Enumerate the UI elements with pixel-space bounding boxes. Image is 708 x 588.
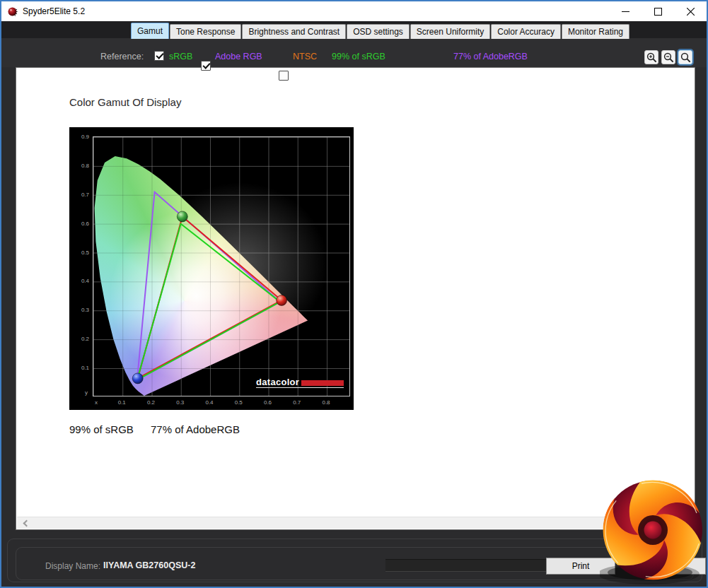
datacolor-red-bar [301, 380, 344, 386]
blue-primary-marker [132, 373, 143, 384]
srgb-checkbox[interactable] [154, 51, 164, 61]
close-icon [687, 8, 695, 16]
srgb-result-text: 99% of sRGB [69, 423, 134, 435]
y-tick: 0.7 [72, 192, 89, 198]
zoom-select-button[interactable] [678, 50, 692, 64]
srgb-triangle [137, 224, 280, 380]
close-button[interactable] [674, 1, 707, 21]
y-tick: 0.6 [72, 220, 89, 227]
minimize-icon [622, 8, 629, 16]
srgb-coverage-text: 99% of sRGB [332, 51, 385, 62]
zoom-out-icon [663, 52, 674, 63]
page-title: Color Gamut Of Display [69, 96, 181, 108]
report-panel: Color Gamut Of Display [16, 67, 695, 530]
status-trough [385, 559, 546, 572]
tab-screen-uniformity[interactable]: Screen Uniformity [410, 24, 490, 39]
adobe-result-text: 77% of AdobeRGB [151, 423, 240, 435]
adobe-rgb-checkbox[interactable] [201, 61, 211, 71]
y-axis-label: y [85, 389, 88, 396]
zoom-select-icon [680, 52, 691, 63]
x-axis-label: x [95, 399, 98, 406]
x-tick: 0.1 [115, 399, 128, 406]
ntsc-checkbox-label[interactable]: NTSC [293, 51, 317, 62]
app-window: Spyder5Elite 5.2 Gamut Tone Response Bri… [0, 0, 708, 588]
zoom-in-button[interactable] [644, 50, 658, 64]
y-tick: 0.9 [72, 134, 89, 140]
ntsc-checkbox[interactable] [279, 71, 289, 81]
display-name-label: Display Name: [45, 561, 100, 571]
tab-gamut[interactable]: Gamut [131, 23, 169, 39]
tab-color-accuracy[interactable]: Color Accuracy [491, 24, 561, 39]
adobe-rgb-checkbox-label[interactable]: Adobe RGB [215, 51, 262, 62]
plot-area: datacolor [93, 136, 350, 396]
tab-monitor-rating[interactable]: Monitor Rating [562, 24, 629, 39]
y-tick: 0.4 [72, 278, 89, 284]
y-tick: 0.1 [72, 365, 89, 371]
x-tick: 0.7 [291, 399, 303, 406]
maximize-button[interactable] [642, 1, 674, 21]
gamut-triangles [93, 137, 351, 397]
y-tick: 0.3 [72, 307, 89, 313]
zoom-out-button[interactable] [661, 50, 675, 64]
title-bar: Spyder5Elite 5.2 [1, 1, 707, 21]
window-title: Spyder5Elite 5.2 [23, 6, 85, 16]
tab-bar: Gamut Tone Response Brightness and Contr… [131, 23, 630, 39]
spyder-logo-icon [7, 6, 18, 17]
tab-brightness-contrast[interactable]: Brightness and Contrast [242, 24, 346, 39]
adobe-rgb-triangle [137, 192, 280, 380]
tab-osd-settings[interactable]: OSD settings [347, 24, 410, 39]
cie-gamut-chart: datacolor x y 0.10.20.30.40.50.60.70.80.… [69, 127, 354, 410]
x-tick: 0.4 [203, 399, 216, 406]
srgb-checkbox-label[interactable]: sRGB [169, 51, 192, 62]
y-tick: 0.5 [72, 249, 89, 256]
reference-label: Reference: [100, 51, 144, 62]
kitguru-logo [600, 477, 706, 584]
coverage-results: 99% of sRGB 77% of AdobeRGB [69, 423, 134, 435]
maximize-icon [654, 8, 662, 16]
datacolor-text: datacolor [256, 378, 299, 386]
zoom-in-icon [646, 52, 657, 63]
x-tick: 0.3 [174, 399, 187, 406]
tab-tone-response[interactable]: Tone Response [170, 24, 241, 39]
green-primary-marker [177, 211, 187, 222]
red-primary-marker [277, 295, 287, 306]
x-tick: 0.2 [145, 399, 158, 406]
x-tick: 0.5 [232, 399, 245, 406]
x-tick: 0.6 [262, 399, 274, 406]
adobe-coverage-text: 77% of AdobeRGB [453, 51, 528, 62]
chevron-left-icon[interactable] [23, 520, 30, 527]
y-tick: 0.8 [72, 163, 89, 169]
minimize-button[interactable] [609, 1, 642, 21]
y-tick: 0.2 [72, 336, 89, 342]
datacolor-watermark: datacolor [256, 378, 344, 388]
x-tick: 0.8 [320, 399, 332, 406]
horizontal-scrollbar[interactable] [17, 517, 694, 529]
display-name-value: IIYAMA GB2760QSU-2 [103, 560, 195, 570]
